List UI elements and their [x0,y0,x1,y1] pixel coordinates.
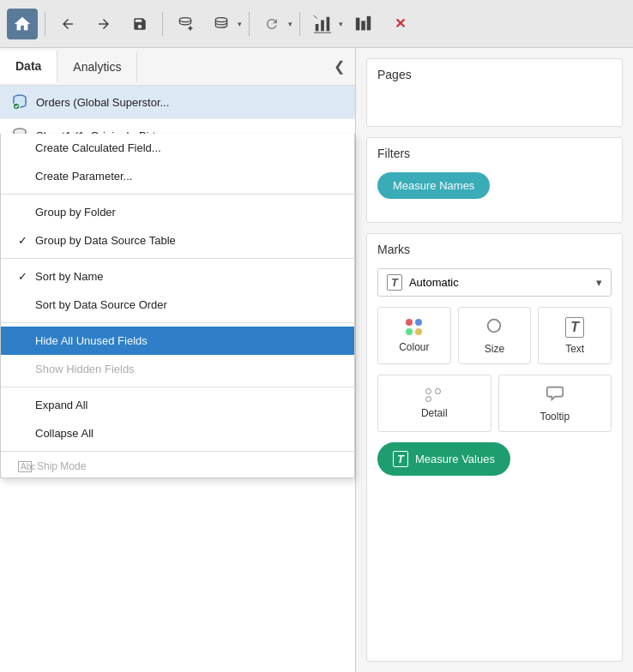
text-label: Text [565,343,584,355]
menu-group-by-datasource[interactable]: ✓ Group by Data Source Table [1,226,354,255]
toolbar-separator-2 [162,12,163,36]
svg-point-13 [13,103,20,110]
menu-divider-1 [1,194,354,195]
detail-label: Detail [421,407,448,419]
svg-rect-9 [356,17,360,30]
marks-text-button[interactable]: T Text [538,307,612,364]
abc-icon: Abc [18,461,32,472]
chart-type-button[interactable]: ▾ [307,9,343,39]
refresh-button[interactable]: ▾ [256,9,292,39]
menu-divider-2 [1,258,354,259]
checkmark-sort-name: ✓ [18,270,32,283]
marks-body: T Automatic ▾ Colou [367,261,622,486]
size-icon [485,316,503,338]
datasource-orders[interactable]: Orders (Global Superstor... [0,86,355,119]
show-me-button[interactable] [348,9,379,39]
menu-expand-all[interactable]: Expand All [1,391,354,419]
svg-point-19 [488,320,501,333]
marks-detail-button[interactable]: Detail [377,375,491,432]
datasource-icon [206,9,237,39]
marks-size-button[interactable]: Size [458,307,532,364]
svg-rect-4 [316,24,319,31]
refresh-dropdown-arrow: ▾ [288,20,292,28]
filter-measure-names[interactable]: Measure Names [377,172,490,199]
checkmark-placeholder-8 [18,427,32,440]
measure-values-t-icon: T [393,451,408,467]
menu-divider-3 [1,322,354,323]
filters-title: Filters [367,138,622,165]
marks-colour-button[interactable]: Colour [377,307,451,364]
filters-section: Filters Measure Names [366,137,623,223]
marks-title: Marks [367,234,622,261]
tooltip-icon [546,384,564,405]
svg-point-3 [215,17,226,21]
toolbar-separator [45,12,45,36]
refresh-icon [256,9,287,39]
menu-sort-by-datasource[interactable]: Sort by Data Source Order [1,291,354,319]
toolbar: ▾ ▾ ▾ ✕ [0,0,633,48]
marks-t-icon: T [387,274,402,291]
forward-button[interactable] [88,9,119,39]
marks-tooltip-button[interactable]: Tooltip [498,375,612,432]
datasource-dropdown-arrow: ▾ [238,20,242,28]
marks-grid-top: Colour Size T Text [377,307,612,364]
marks-dropdown-label-area: T Automatic [387,274,459,291]
main-layout: Data Analytics ❮ Orders (Global Supersto… [0,48,633,672]
checkmark-placeholder-4 [18,298,32,311]
svg-rect-10 [361,21,365,30]
panel-tabs: Data Analytics ❮ [0,48,355,86]
marks-grid-bottom: Detail Tooltip [377,375,612,432]
home-button[interactable] [7,9,38,39]
menu-show-hidden-fields: Show Hidden Fields [1,355,354,383]
chart-dropdown-arrow: ▾ [339,20,343,28]
svg-point-0 [179,17,190,21]
collapse-panel-button[interactable]: ❮ [323,51,355,81]
svg-line-8 [314,15,317,18]
menu-ship-mode-partial[interactable]: Abc Ship Mode [1,455,354,477]
checkmark-placeholder-2 [18,170,32,183]
left-panel: Data Analytics ❮ Orders (Global Supersto… [0,48,356,672]
checkmark-placeholder-5 [18,334,32,347]
field-options-menu: Create Calculated Field... Create Parame… [0,134,355,478]
tab-analytics[interactable]: Analytics [57,51,137,82]
tab-data[interactable]: Data [0,51,57,83]
colour-label: Colour [399,341,429,353]
menu-create-parameter[interactable]: Create Parameter... [1,162,354,190]
marks-dropdown-arrow: ▾ [596,276,602,289]
right-panel: Pages Filters Measure Names Marks T Auto… [356,48,633,672]
menu-sort-by-name[interactable]: ✓ Sort by Name [1,262,354,291]
checkmark-group-datasource: ✓ [18,234,32,247]
svg-rect-11 [367,15,371,30]
add-datasource-button[interactable] [170,9,201,39]
checkmark-placeholder-6 [18,363,32,375]
marks-type-dropdown[interactable]: T Automatic ▾ [377,268,612,297]
datasource-orders-icon [10,93,29,111]
tooltip-label: Tooltip [540,411,570,423]
toolbar-separator-3 [249,12,250,36]
colour-icon [406,319,423,336]
pages-section: Pages [366,58,623,127]
filters-body: Measure Names [367,165,622,209]
detail-icon [425,388,443,402]
measure-values-label: Measure Values [415,453,495,465]
checkmark-placeholder [18,141,32,154]
checkmark-placeholder-7 [18,399,32,411]
close-button[interactable]: ✕ [384,9,415,39]
menu-divider-4 [1,387,354,387]
datasource-orders-label: Orders (Global Superstor... [36,96,169,109]
back-button[interactable] [52,9,83,39]
marks-section: Marks T Automatic ▾ [366,233,623,662]
measure-values-button[interactable]: T Measure Values [377,442,510,476]
svg-rect-6 [327,16,330,31]
pages-body [367,87,622,104]
svg-rect-5 [321,20,324,31]
marks-dropdown-label: Automatic [409,276,459,289]
menu-create-calculated-field[interactable]: Create Calculated Field... [1,134,354,162]
save-button[interactable] [124,9,155,39]
chart-type-icon [307,9,338,39]
menu-group-by-folder[interactable]: Group by Folder [1,198,354,226]
datasource-dropdown[interactable]: ▾ [206,9,242,39]
menu-hide-unused-fields[interactable]: Hide All Unused Fields [1,327,354,355]
pages-title: Pages [367,59,622,87]
menu-collapse-all[interactable]: Collapse All [1,419,354,447]
